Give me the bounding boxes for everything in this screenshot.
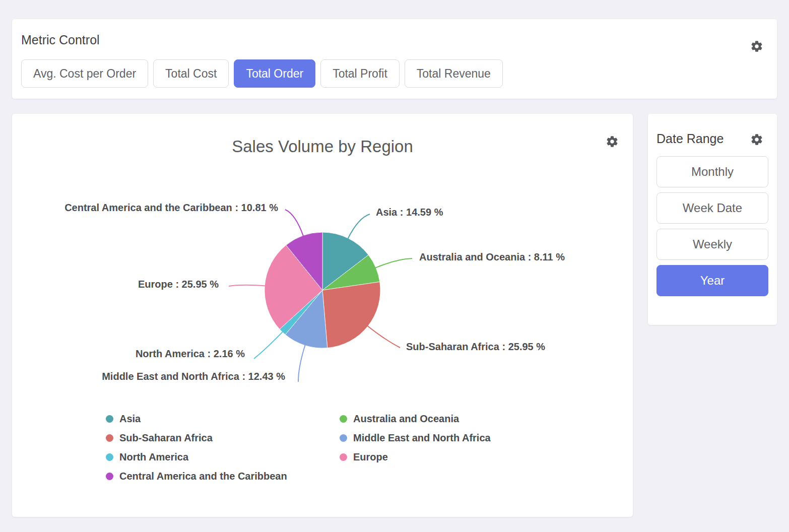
pie-label-line-2 — [367, 325, 400, 348]
metric-button-total-cost[interactable]: Total Cost — [153, 59, 229, 88]
legend-dot-icon — [106, 453, 113, 461]
metric-button-total-revenue[interactable]: Total Revenue — [405, 59, 503, 88]
date-button-weekly[interactable]: Weekly — [656, 229, 768, 260]
chart-legend: Asia Australia and Oceania Sub-Saharan A… — [106, 413, 491, 482]
legend-item-central-america-caribbean[interactable]: Central America and the Caribbean — [106, 470, 340, 482]
date-button-monthly[interactable]: Monthly — [656, 156, 768, 187]
pie-slice-2[interactable] — [322, 282, 380, 348]
legend-dot-icon — [106, 415, 113, 423]
pie-callout-europe: Europe : 25.95 % — [138, 278, 219, 290]
legend-item-asia[interactable]: Asia — [106, 413, 340, 425]
pie-callout-australia-and-oceania: Australia and Oceania : 8.11 % — [419, 251, 565, 263]
gear-icon[interactable] — [750, 40, 763, 53]
legend-label: North America — [119, 451, 188, 463]
legend-label: Asia — [119, 413, 141, 425]
date-button-week-date[interactable]: Week Date — [656, 192, 768, 224]
date-range-panel: Date Range Monthly Week Date Weekly Year — [648, 114, 777, 325]
metric-button-avg-cost-per-order[interactable]: Avg. Cost per Order — [21, 59, 148, 88]
pie-callout-north-america: North America : 2.16 % — [136, 348, 245, 360]
metric-button-total-profit[interactable]: Total Profit — [320, 59, 400, 88]
dashboard-page: Metric Control Avg. Cost per Order Total… — [0, 0, 789, 532]
legend-item-australia-and-oceania[interactable]: Australia and Oceania — [340, 413, 491, 425]
pie-label-line-5 — [229, 285, 266, 286]
gear-icon[interactable] — [750, 133, 763, 146]
metric-control-title: Metric Control — [21, 32, 764, 47]
legend-label: Middle East and North Africa — [353, 432, 491, 444]
pie-callout-sub-saharan-africa: Sub-Saharan Africa : 25.95 % — [406, 341, 545, 353]
pie-label-line-6 — [285, 210, 303, 236]
pie-label-line-3 — [298, 345, 305, 382]
metric-button-total-order[interactable]: Total Order — [234, 59, 315, 88]
legend-dot-icon — [106, 473, 113, 480]
legend-dot-icon — [340, 415, 347, 423]
date-range-buttons: Monthly Week Date Weekly Year — [656, 156, 768, 296]
pie-callout-middle-east-north-africa: Middle East and North Africa : 12.43 % — [102, 370, 285, 382]
legend-dot-icon — [340, 434, 347, 442]
pie-callout-central-america-caribbean: Central America and the Caribbean : 10.8… — [64, 202, 278, 214]
legend-item-europe[interactable]: Europe — [340, 451, 491, 463]
legend-label: Central America and the Caribbean — [119, 471, 287, 482]
pie-label-line-0 — [348, 214, 370, 239]
legend-label: Europe — [353, 451, 388, 463]
pie-label-line-4 — [254, 331, 283, 359]
sales-volume-chart-panel: Sales Volume by Region Asia : 14.59 % Au… — [12, 114, 633, 517]
legend-item-north-america[interactable]: North America — [106, 451, 340, 463]
legend-label: Australia and Oceania — [353, 413, 459, 425]
metric-control-panel: Metric Control Avg. Cost per Order Total… — [12, 19, 777, 99]
legend-item-middle-east-north-africa[interactable]: Middle East and North Africa — [340, 432, 491, 444]
pie-callout-asia: Asia : 14.59 % — [376, 206, 443, 218]
pie-label-line-1 — [375, 258, 412, 268]
legend-dot-icon — [340, 453, 347, 461]
date-button-year[interactable]: Year — [656, 265, 768, 296]
legend-dot-icon — [106, 434, 113, 442]
legend-label: Sub-Saharan Africa — [119, 432, 213, 444]
metric-button-row: Avg. Cost per Order Total Cost Total Ord… — [21, 59, 764, 88]
legend-item-sub-saharan-africa[interactable]: Sub-Saharan Africa — [106, 432, 340, 444]
